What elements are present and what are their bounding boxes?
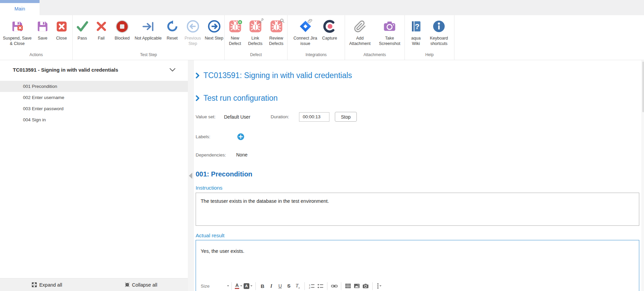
collapse-sidebar-arrow-icon[interactable] — [189, 173, 192, 179]
insert-screenshot-button[interactable] — [361, 281, 370, 291]
ribbon-group-help: aqua Wiki Keyboard shortcuts Help — [405, 15, 454, 60]
ribbon-group-label-actions: Actions — [0, 51, 72, 60]
step-detail-pane: TC013591: Signing in with valid credenti… — [194, 60, 644, 291]
add-label-button[interactable] — [237, 133, 245, 141]
dependencies-row: Dependencies: None — [196, 152, 644, 158]
ribbon-group-label-attachments: Attachments — [345, 51, 404, 60]
ribbon-group-label-integrations: Integrations — [288, 51, 345, 60]
tab-bar: Main — [0, 0, 644, 15]
review-defects-button[interactable]: Review Defects — [266, 18, 287, 46]
save-button[interactable]: Save — [33, 18, 52, 41]
caret-down-icon — [250, 285, 252, 287]
tab-main-label: Main — [0, 3, 40, 15]
jira-logo-icon — [298, 18, 313, 34]
config-heading: Test run configuration — [203, 94, 278, 103]
bold-button[interactable]: B — [258, 281, 267, 291]
collapse-all-button[interactable]: Collapse all — [94, 278, 188, 291]
labels-label: Labels: — [196, 134, 237, 139]
paperclip-icon — [352, 18, 368, 34]
step-list: 001 Precondition 002 Enter username 003 … — [0, 76, 188, 278]
blocked-stop-icon — [115, 18, 130, 34]
background-color-button[interactable]: A — [243, 281, 253, 291]
ribbon-group-label-defect: Defect — [225, 51, 287, 60]
step-item-001[interactable]: 001 Precondition — [0, 81, 188, 92]
blocked-button[interactable]: Blocked — [111, 18, 134, 41]
dependencies-value: None — [236, 152, 247, 157]
link-defects-button[interactable]: Link Defects — [245, 18, 266, 46]
step-item-004[interactable]: 004 Sign in — [0, 114, 188, 125]
sidebar-splitter[interactable] — [188, 60, 194, 291]
config-heading-row[interactable]: Test run configuration — [196, 94, 644, 103]
duration-input[interactable] — [299, 112, 329, 122]
value-set-label: Value set: — [196, 114, 224, 119]
reset-undo-icon — [165, 18, 180, 34]
not-applicable-button[interactable]: Not Applicable — [134, 18, 163, 41]
active-tab-indicator — [0, 0, 40, 3]
previous-step-icon — [185, 18, 201, 34]
editor-toolbar: Size A A B I U S Tx — [201, 280, 384, 291]
fail-button[interactable]: Fail — [92, 18, 111, 41]
suspend-save-close-button[interactable]: Suspend, Save & Close — [1, 18, 33, 46]
wiki-book-icon — [408, 18, 424, 34]
reset-button[interactable]: Reset — [163, 18, 182, 41]
test-case-heading: TC013591: Signing in with valid credenti… — [203, 71, 352, 80]
camera-icon — [382, 18, 397, 34]
capture-logo-icon — [322, 18, 338, 34]
stop-button[interactable]: Stop — [335, 112, 357, 122]
next-step-button[interactable]: Next Step — [204, 18, 224, 41]
caret-down-icon — [379, 285, 381, 287]
close-button[interactable]: Close — [52, 18, 71, 41]
caret-down-icon — [240, 285, 242, 287]
ribbon-group-label-help: Help — [405, 51, 454, 60]
take-screenshot-button[interactable]: Take Screenshot — [375, 18, 404, 46]
test-case-heading-row[interactable]: TC013591: Signing in with valid credenti… — [196, 71, 644, 80]
aqua-wiki-button[interactable]: aqua Wiki — [406, 18, 425, 46]
ordered-list-button[interactable] — [307, 281, 316, 291]
step-item-002[interactable]: 002 Enter username — [0, 92, 188, 103]
ribbon-group-actions: Suspend, Save & Close Save Close Actions — [0, 15, 73, 60]
font-size-dropdown[interactable]: Size — [201, 284, 229, 289]
new-defect-button[interactable]: New Defect — [225, 18, 245, 46]
chevron-down-icon[interactable] — [169, 68, 176, 72]
capture-button[interactable]: Capture — [319, 18, 341, 41]
italic-button[interactable]: I — [267, 281, 276, 291]
vertical-scrollbar[interactable] — [642, 60, 644, 291]
close-icon — [54, 18, 69, 34]
instructions-label: Instructions — [196, 185, 644, 191]
review-defects-bug-icon — [269, 18, 284, 34]
duration-label: Duration: — [271, 114, 299, 119]
text-color-button[interactable]: A — [234, 281, 243, 291]
ribbon-group-test-step: Pass Fail Blocked Not Applicable Reset P… — [73, 15, 225, 60]
ribbon-group-defect: New Defect Link Defects Review Defects D… — [225, 15, 288, 60]
ribbon-group-label-test-step: Test Step — [73, 51, 224, 60]
add-attachment-button[interactable]: Add Attachment — [345, 18, 375, 46]
fail-x-icon — [94, 18, 109, 34]
new-defect-bug-icon — [227, 18, 243, 34]
actual-result-text: Yes, the user exists. — [196, 240, 639, 254]
info-icon — [431, 18, 447, 34]
test-case-title: TC013591 - Signing in with valid credent… — [13, 67, 169, 73]
actual-result-editor[interactable]: Yes, the user exists. Size A A B I U S — [196, 240, 639, 291]
bullet-list-button[interactable] — [316, 281, 325, 291]
more-options-button[interactable] — [375, 281, 384, 291]
value-set-value: Default User — [224, 114, 271, 120]
insert-link-button[interactable] — [330, 281, 339, 291]
expand-all-icon — [32, 282, 37, 287]
tab-main[interactable]: Main — [0, 0, 40, 15]
scrollbar-thumb[interactable] — [642, 62, 644, 112]
connect-jira-button[interactable]: Connect Jira issue — [292, 18, 319, 46]
ribbon-group-integrations: Connect Jira issue Capture Integrations — [288, 15, 345, 60]
previous-step-button[interactable]: Previous Step — [182, 18, 204, 46]
insert-image-button[interactable] — [352, 281, 361, 291]
underline-button[interactable]: U — [276, 281, 284, 291]
ribbon-group-attachments: Add Attachment Take Screenshot Attachmen… — [345, 15, 405, 60]
remove-format-button[interactable]: Tx — [293, 281, 302, 291]
keyboard-shortcuts-button[interactable]: Keyboard shortcuts — [425, 18, 452, 46]
pass-button[interactable]: Pass — [73, 18, 92, 41]
instructions-editor[interactable]: The testuser exists in the database in t… — [196, 193, 639, 226]
step-item-003[interactable]: 003 Enter password — [0, 103, 188, 114]
chevron-right-icon — [196, 72, 200, 79]
insert-table-button[interactable] — [344, 281, 352, 291]
expand-all-button[interactable]: Expand all — [0, 278, 94, 291]
strikethrough-button[interactable]: S — [284, 281, 293, 291]
